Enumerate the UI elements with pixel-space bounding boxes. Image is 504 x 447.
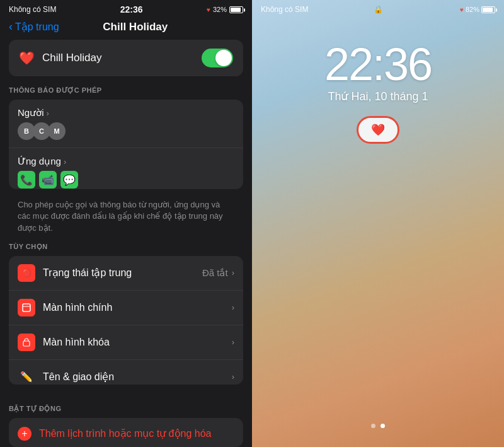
lock-screen-content: 22:36 Thứ Hai, 10 tháng 1 ❤️ [252, 16, 504, 144]
no-sim-left: Không có SIM [9, 5, 56, 14]
nav-bar-left: ‹ Tập trung Chill Holiday [0, 18, 252, 40]
app-icons-row: 📞 📹 💬 [18, 171, 78, 189]
focus-status-icon: 🔴 [18, 264, 35, 282]
battery-bar-left [229, 4, 243, 15]
focus-status-label: Trạng thái tập trung [43, 267, 202, 279]
options-group: 🔴 Trạng thái tập trung Đã tắt › Màn hình… [9, 256, 243, 385]
people-chevron-icon: › [47, 108, 49, 118]
apps-chevron-icon: › [64, 157, 66, 166]
auto-section-label: BẬT TỰ ĐỘNG [0, 405, 252, 418]
focus-status-chevron-icon: › [232, 268, 234, 277]
back-arrow-icon: ‹ [9, 20, 13, 33]
messages-app-icon: 💬 [60, 171, 78, 189]
options-section-label: TÙY CHỌN [0, 243, 252, 256]
no-sim-right: Không có SIM [261, 5, 308, 14]
focus-badge-heart-icon: ❤️ [371, 123, 385, 137]
nav-title: Chill Holiday [28, 21, 243, 33]
avatar-m: M [48, 122, 66, 140]
battery-percent-right: 82% [466, 6, 479, 13]
focus-heart-icon: ❤️ [19, 50, 35, 66]
name-appearance-row[interactable]: ✏️ Tên & giao diện › [9, 360, 243, 385]
people-label-group: Người › B C M [18, 107, 66, 140]
heart-status-icon: ♥ [207, 6, 210, 13]
phone-app-icon: 📞 [18, 171, 35, 189]
apps-label: Ứng dụng › [18, 156, 78, 167]
status-bar-right: Không có SIM 🔒 ♥ 82% [252, 0, 504, 16]
auto-group: + Thêm lịch trình hoặc mục tự động hóa [9, 418, 243, 448]
status-time-left: 22:36 [120, 4, 143, 15]
people-permission-row[interactable]: Người › B C M [9, 100, 243, 148]
lock-screen-label: Màn hình khóa [43, 337, 232, 348]
focus-status-row[interactable]: 🔴 Trạng thái tập trung Đã tắt › [9, 256, 243, 291]
focus-toggle[interactable] [202, 49, 233, 67]
people-label: Người › [18, 107, 66, 119]
permissions-section-label: THÔNG BÁO ĐƯỢC PHÉP [0, 86, 252, 100]
right-panel: Không có SIM 🔒 ♥ 82% 22:36 Thứ Hai, 10 t… [252, 0, 504, 447]
permissions-description: Cho phép cuộc gọi và thông báo từ người,… [9, 194, 243, 243]
apps-permission-row[interactable]: Ứng dụng › 📞 📹 💬 [9, 148, 243, 189]
home-screen-label: Màn hình chính [43, 302, 232, 313]
dot-2 [381, 424, 385, 428]
lock-screen-row[interactable]: Màn hình khóa › [9, 325, 243, 360]
apps-label-group: Ứng dụng › 📞 📹 💬 [18, 156, 78, 189]
add-automation-row[interactable]: + Thêm lịch trình hoặc mục tự động hóa [9, 418, 243, 448]
lock-screen-icon [18, 334, 35, 351]
battery-right: ♥ 82% [460, 6, 495, 14]
page-dots [371, 424, 385, 428]
lock-time: 22:36 [324, 42, 432, 87]
svg-rect-0 [23, 304, 30, 311]
lock-date: Thứ Hai, 10 tháng 1 [328, 90, 428, 103]
home-screen-chevron-icon: › [232, 303, 234, 312]
battery-bar-right [481, 6, 495, 14]
status-bar-left: Không có SIM 22:36 ♥ 32% [0, 0, 252, 18]
focus-name: Chill Holiday [42, 52, 101, 64]
add-automation-label: Thêm lịch trình hoặc mục tự động hóa [39, 427, 211, 439]
heart-battery-icon: ♥ [460, 6, 464, 13]
focus-status-value: Đã tắt [202, 267, 228, 279]
lock-status-icon: 🔒 [374, 5, 383, 14]
battery-left: 32% [213, 6, 227, 13]
status-icons-left: ♥ 32% [207, 4, 243, 15]
focus-card: ❤️ Chill Holiday [9, 40, 243, 76]
name-appearance-chevron-icon: › [232, 372, 234, 381]
focus-card-left: ❤️ Chill Holiday [19, 50, 101, 66]
lock-screen-chevron-icon: › [232, 337, 234, 347]
home-screen-row[interactable]: Màn hình chính › [9, 291, 243, 325]
name-appearance-label: Tên & giao diện [43, 371, 232, 383]
dot-1 [371, 424, 375, 428]
permissions-group: Người › B C M Ứng dụng › 📞 📹 [9, 100, 243, 189]
add-automation-icon: + [18, 427, 32, 441]
svg-rect-2 [23, 341, 30, 346]
avatar-group: B C M [18, 122, 66, 140]
facetime-app-icon: 📹 [39, 171, 57, 189]
left-panel: Không có SIM 22:36 ♥ 32% ‹ Tập trung Chi… [0, 0, 252, 447]
focus-badge: ❤️ [357, 116, 399, 144]
name-appearance-icon: ✏️ [18, 368, 35, 385]
home-screen-icon [18, 299, 35, 316]
